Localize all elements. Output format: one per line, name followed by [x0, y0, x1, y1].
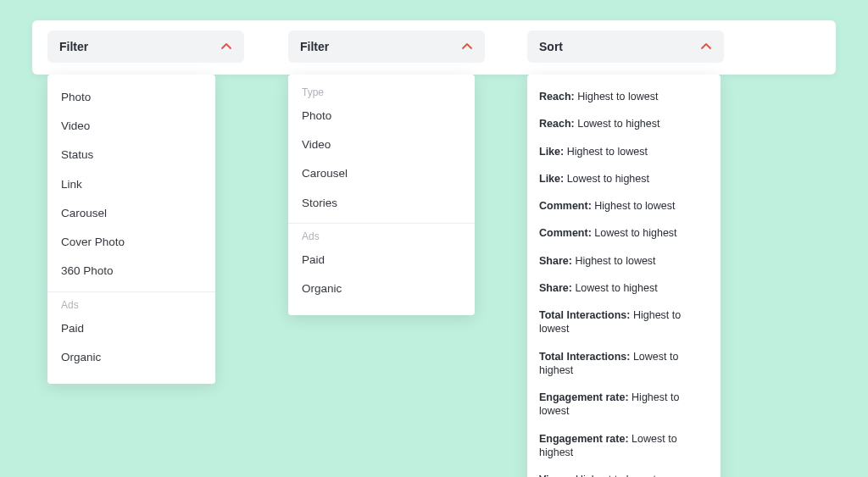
sort-item[interactable]: Comment: Lowest to highest: [527, 219, 721, 247]
filter-item[interactable]: Organic: [47, 343, 215, 372]
filter-item[interactable]: Photo: [47, 83, 215, 112]
sort-direction: Highest to lowest: [575, 255, 655, 267]
chevron-up-icon: [220, 41, 232, 53]
sort-header-label: Sort: [539, 40, 563, 53]
filter-toggle-2[interactable]: Filter: [288, 31, 485, 63]
filter-item[interactable]: Carousel: [47, 199, 215, 228]
sort-metric: Views: [539, 474, 569, 477]
sort-direction: Lowest to highest: [594, 227, 676, 239]
filter-item[interactable]: Link: [47, 170, 215, 199]
filter-header-1-label: Filter: [59, 40, 88, 53]
sort-dropdown: Reach: Highest to lowest Reach: Lowest t…: [527, 75, 721, 477]
sort-item[interactable]: Engagement rate: Lowest to highest: [527, 425, 721, 467]
sort-metric: Share: [539, 282, 569, 294]
sort-toggle[interactable]: Sort: [527, 31, 724, 63]
sort-direction: Lowest to highest: [567, 173, 649, 185]
filter-column-2: Filter Type Photo Video Carousel Stories…: [288, 20, 485, 315]
filter-item[interactable]: Paid: [288, 246, 475, 275]
sort-item[interactable]: Total Interactions: Lowest to highest: [527, 343, 721, 385]
sort-item[interactable]: Reach: Highest to lowest: [527, 83, 721, 110]
filter-item[interactable]: Paid: [47, 314, 215, 343]
sort-item[interactable]: Reach: Lowest to highest: [527, 110, 721, 137]
sort-item[interactable]: Like: Lowest to highest: [527, 165, 721, 192]
filter-column-1: Filter Photo Video Status Link Carousel …: [47, 20, 244, 384]
sort-metric: Engagement rate: [539, 433, 625, 445]
filter-item[interactable]: Status: [47, 141, 215, 169]
sort-metric: Comment: [539, 227, 588, 239]
chevron-up-icon: [700, 41, 712, 53]
chevron-up-icon: [461, 41, 473, 53]
filter-dropdown-2: Type Photo Video Carousel Stories Ads Pa…: [288, 75, 475, 315]
filter-group-label-type: Type: [288, 83, 475, 102]
filter-item[interactable]: Photo: [288, 102, 475, 130]
filter-item[interactable]: Organic: [288, 275, 475, 303]
filter-toggle-1[interactable]: Filter: [47, 31, 244, 63]
sort-metric: Share: [539, 255, 569, 267]
sort-metric: Reach: [539, 118, 571, 130]
sort-metric: Like: [539, 173, 560, 185]
sort-item[interactable]: Engagement rate: Highest to lowest: [527, 384, 721, 425]
filter-group-label-ads: Ads: [47, 291, 215, 314]
filter-item[interactable]: Video: [288, 130, 475, 159]
sort-metric: Like: [539, 146, 560, 158]
filter-item[interactable]: Cover Photo: [47, 228, 215, 257]
filter-group-label-ads: Ads: [288, 223, 475, 246]
sort-item[interactable]: Share: Highest to lowest: [527, 247, 721, 275]
sort-column: Sort Reach: Highest to lowest Reach: Low…: [527, 20, 724, 477]
sort-direction: Highest to lowest: [576, 474, 656, 477]
sort-item[interactable]: Like: Highest to lowest: [527, 138, 721, 165]
filter-header-2-label: Filter: [300, 40, 329, 53]
sort-item[interactable]: Share: Lowest to highest: [527, 275, 721, 302]
sort-direction: Lowest to highest: [575, 282, 657, 294]
sort-metric: Reach: [539, 91, 571, 103]
filter-item[interactable]: Stories: [288, 189, 475, 218]
sort-direction: Highest to lowest: [577, 91, 658, 103]
sort-metric: Comment: [539, 200, 588, 212]
sort-direction: Highest to lowest: [567, 146, 648, 158]
sort-metric: Total Interactions: [539, 351, 626, 363]
filter-item[interactable]: 360 Photo: [47, 257, 215, 286]
sort-metric: Total Interactions: [539, 309, 626, 321]
sort-item[interactable]: Comment: Highest to lowest: [527, 192, 721, 219]
filter-item[interactable]: Carousel: [288, 159, 475, 188]
sort-item[interactable]: Views: Highest to lowest: [527, 466, 721, 477]
filter-dropdown-1: Photo Video Status Link Carousel Cover P…: [47, 75, 215, 384]
sort-metric: Engagement rate: [539, 391, 625, 403]
sort-direction: Highest to lowest: [594, 200, 675, 212]
filter-item[interactable]: Video: [47, 112, 215, 141]
sort-direction: Lowest to highest: [577, 118, 659, 130]
sort-item[interactable]: Total Interactions: Highest to lowest: [527, 302, 721, 343]
